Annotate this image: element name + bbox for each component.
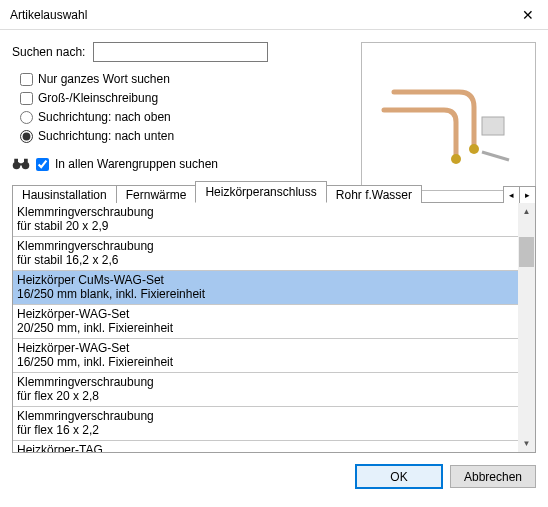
- chevron-right-icon: ▸: [525, 190, 530, 200]
- list-item[interactable]: Heizkörper-WAG-Set16/250 mm, inkl. Fixie…: [13, 339, 518, 373]
- list-item[interactable]: Klemmringverschraubungfür flex 16 x 2,2: [13, 407, 518, 441]
- tab-strip: Hausinstallation Fernwärme Heizkörperans…: [12, 181, 536, 203]
- svg-rect-7: [482, 117, 504, 135]
- svg-line-8: [482, 152, 509, 160]
- preview-image: [361, 42, 536, 191]
- direction-up-label: Suchrichtung: nach oben: [38, 110, 171, 124]
- direction-up-radio[interactable]: [20, 111, 33, 124]
- scroll-thumb[interactable]: [519, 237, 534, 267]
- content-area: Suchen nach: Nur ganzes Wort suchen Groß…: [0, 30, 548, 453]
- search-label: Suchen nach:: [12, 45, 85, 59]
- titlebar: Artikelauswahl ✕: [0, 0, 548, 30]
- chevron-left-icon: ◂: [509, 190, 514, 200]
- list-item[interactable]: Klemmringverschraubungfür flex 20 x 2,8: [13, 373, 518, 407]
- close-button[interactable]: ✕: [508, 0, 548, 30]
- case-sensitive-checkbox[interactable]: [20, 92, 33, 105]
- list-item[interactable]: Heizkörper-TAG20/1000 mm: [13, 441, 518, 452]
- chevron-up-icon: ▲: [523, 207, 531, 216]
- all-groups-checkbox[interactable]: [36, 158, 49, 171]
- list-item[interactable]: Heizkörper-WAG-Set20/250 mm, inkl. Fixie…: [13, 305, 518, 339]
- svg-point-5: [469, 144, 479, 154]
- list-item[interactable]: Klemmringverschraubungfür stabil 16,2 x …: [13, 237, 518, 271]
- scroll-up-button[interactable]: ▲: [518, 203, 535, 220]
- tab-hausinstallation[interactable]: Hausinstallation: [12, 185, 117, 204]
- window-title: Artikelauswahl: [10, 8, 508, 22]
- chevron-down-icon: ▼: [523, 439, 531, 448]
- list-item[interactable]: Heizkörper CuMs-WAG-Set16/250 mm blank, …: [13, 271, 518, 305]
- article-list: Klemmringverschraubungfür stabil 20 x 2,…: [12, 203, 536, 453]
- direction-down-radio[interactable]: [20, 130, 33, 143]
- button-bar: OK Abbrechen: [0, 453, 548, 500]
- ok-button[interactable]: OK: [356, 465, 442, 488]
- svg-rect-2: [19, 163, 24, 165]
- all-groups-label: In allen Warengruppen suchen: [55, 157, 218, 171]
- tab-rohr-wasser[interactable]: Rohr f.Wasser: [326, 185, 422, 204]
- close-icon: ✕: [522, 7, 534, 23]
- whole-word-label: Nur ganzes Wort suchen: [38, 72, 170, 86]
- tab-fernwaerme[interactable]: Fernwärme: [116, 185, 197, 204]
- svg-point-6: [451, 154, 461, 164]
- tab-scroll-right-button[interactable]: ▸: [519, 186, 536, 204]
- tab-scroll-controls: ◂ ▸: [504, 184, 536, 202]
- case-sensitive-label: Groß-/Kleinschreibung: [38, 91, 158, 105]
- list-viewport: Klemmringverschraubungfür stabil 20 x 2,…: [13, 203, 518, 452]
- list-item[interactable]: Klemmringverschraubungfür stabil 20 x 2,…: [13, 203, 518, 237]
- svg-rect-4: [24, 159, 28, 163]
- direction-down-label: Suchrichtung: nach unten: [38, 129, 174, 143]
- scrollbar[interactable]: ▲ ▼: [518, 203, 535, 452]
- scroll-down-button[interactable]: ▼: [518, 435, 535, 452]
- whole-word-checkbox[interactable]: [20, 73, 33, 86]
- binoculars-icon: [12, 157, 30, 171]
- cancel-button[interactable]: Abbrechen: [450, 465, 536, 488]
- tab-scroll-left-button[interactable]: ◂: [503, 186, 520, 204]
- svg-rect-3: [14, 159, 18, 163]
- tab-heizkoerperanschluss[interactable]: Heizkörperanschluss: [195, 181, 326, 203]
- search-input[interactable]: [93, 42, 268, 62]
- product-image: [374, 62, 524, 172]
